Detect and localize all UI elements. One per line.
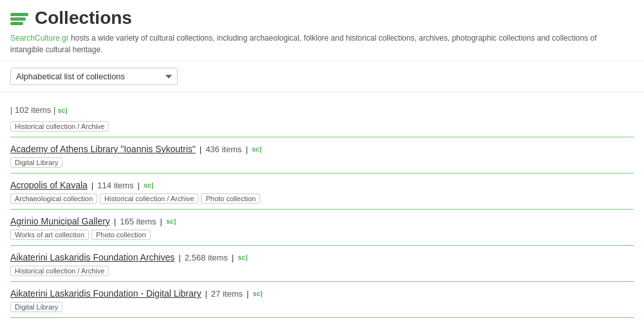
page-description: SearchCulture.gr hosts a wide variety of…	[10, 32, 629, 55]
separator: |	[91, 181, 93, 190]
tag[interactable]: Photo collection	[201, 193, 260, 204]
toolbar: Alphabetical list of collections	[0, 61, 644, 92]
sc-badge: sc|	[252, 290, 262, 297]
separator2: |	[232, 253, 234, 262]
tag[interactable]: Historical collection / Archive	[10, 121, 109, 132]
collection-tags: Works of art collectionPhoto collection	[10, 230, 634, 240]
collection-tags: Digital Library	[10, 157, 634, 168]
collection-item: Aikaterini Laskaridis Foundation - Digit…	[10, 282, 634, 318]
page-title: Collections	[35, 8, 132, 28]
collection-name-link[interactable]: Aikaterini Laskaridis Foundation Archive…	[10, 252, 175, 262]
collection-count: 2,568 items	[185, 253, 228, 262]
separator2: |	[247, 289, 249, 299]
collection-tags: Historical collection / Archive	[10, 121, 634, 132]
page-header: Collections SearchCulture.gr hosts a wid…	[0, 0, 644, 61]
sc-badge: sc|	[252, 145, 261, 153]
collection-name-link[interactable]: Agrinio Municipal Gallery	[10, 216, 110, 226]
tag[interactable]: Digital Library	[10, 302, 62, 312]
tag[interactable]: Archaeological collection	[10, 193, 97, 204]
collection-item: Agrinio Municipal Gallery | 165 items | …	[10, 210, 634, 246]
tag[interactable]: Historical collection / Archive	[100, 193, 198, 204]
collection-name-link[interactable]: Acropolis of Kavala	[10, 180, 88, 190]
separator: |	[114, 217, 116, 226]
collection-header: Aikaterini Laskaridis Foundation Archive…	[10, 252, 634, 262]
collection-item: Acropolis of Kavala | 114 items | sc|Arc…	[10, 173, 634, 210]
collection-header: Acropolis of Kavala | 114 items | sc|	[10, 180, 634, 190]
collection-count: 27 items	[211, 289, 243, 299]
stack-icon	[10, 13, 28, 25]
description-text: hosts a wide variety of cultural collect…	[10, 34, 597, 54]
separator2: |	[160, 217, 162, 226]
sc-badge: sc|	[238, 253, 247, 261]
tag[interactable]: Photo collection	[91, 230, 151, 240]
separator: |	[178, 253, 180, 262]
collection-count: 114 items	[97, 181, 133, 190]
collection-item: Academy of Athens Library "Ioannis Sykou…	[10, 137, 634, 173]
collection-count: | 102 items | sc|	[10, 99, 68, 115]
collections-list: | 102 items | sc|Historical collection /…	[0, 92, 644, 318]
collection-name-link[interactable]: Aikaterini Laskaridis Foundation - Digit…	[10, 288, 201, 299]
tag[interactable]: Digital Library	[10, 157, 62, 168]
collection-count: 436 items	[205, 144, 242, 154]
collection-header: | 102 items | sc|	[10, 99, 634, 118]
sort-select[interactable]: Alphabetical list of collections	[10, 68, 178, 85]
collection-tags: Archaeological collectionHistorical coll…	[10, 193, 634, 204]
collection-tags: Digital Library	[10, 302, 634, 312]
separator: |	[200, 144, 202, 154]
sc-badge: sc|	[166, 217, 176, 225]
sc-badge: sc|	[55, 106, 67, 114]
collection-item: Aikaterini Laskaridis Foundation Archive…	[10, 246, 634, 282]
separator2: |	[138, 181, 140, 190]
collection-header: Agrinio Municipal Gallery | 165 items | …	[10, 216, 634, 226]
collection-item: | 102 items | sc|Historical collection /…	[10, 92, 634, 137]
collection-header: Aikaterini Laskaridis Foundation - Digit…	[10, 288, 634, 299]
collection-header: Academy of Athens Library "Ioannis Sykou…	[10, 144, 634, 154]
separator: |	[205, 289, 207, 299]
separator2: |	[246, 144, 248, 154]
collection-name-link[interactable]: Academy of Athens Library "Ioannis Sykou…	[10, 144, 196, 154]
sc-badge: sc|	[144, 181, 153, 189]
collection-tags: Historical collection / Archive	[10, 266, 634, 276]
tag[interactable]: Historical collection / Archive	[10, 266, 109, 276]
searchculture-link[interactable]: SearchCulture.gr	[10, 34, 69, 43]
collection-count: 165 items	[120, 217, 156, 226]
tag[interactable]: Works of art collection	[10, 230, 89, 240]
